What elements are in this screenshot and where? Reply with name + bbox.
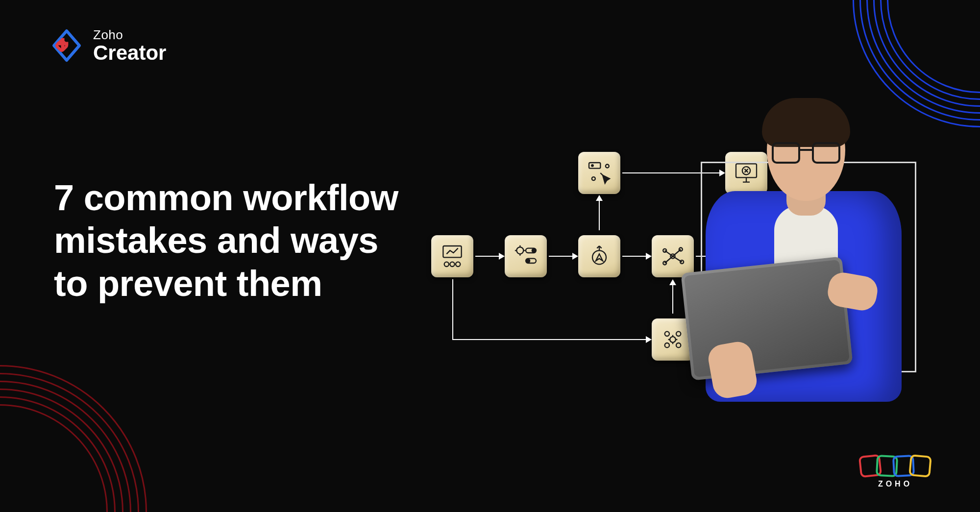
svg-point-10 (592, 250, 606, 264)
svg-point-22 (665, 332, 669, 336)
arrow (599, 200, 600, 230)
headline-line2: mistakes and ways (54, 219, 398, 262)
brand-logo: Zoho Creator (49, 27, 166, 63)
arrow-head (646, 253, 652, 260)
arrow (475, 256, 499, 257)
person-with-laptop (681, 78, 926, 431)
arrow (452, 279, 453, 339)
arrow (549, 256, 572, 257)
headline: 7 common workflow mistakes and ways to p… (54, 176, 398, 305)
zoho-footer-logo: ZOHO (859, 455, 931, 488)
zoho-squares-icon (859, 455, 931, 477)
decor-arcs-red (0, 365, 147, 512)
arrow-head (572, 253, 578, 260)
arrow-head (646, 336, 652, 343)
svg-point-2 (444, 262, 449, 267)
arrow (452, 339, 646, 340)
svg-point-25 (676, 343, 681, 347)
brand-line1: Zoho (93, 27, 166, 43)
arrow-head (596, 195, 603, 201)
svg-point-7 (532, 249, 536, 252)
creator-mark-icon (49, 28, 84, 63)
svg-point-18 (592, 177, 595, 180)
svg-point-26 (670, 337, 676, 342)
svg-point-24 (665, 343, 669, 347)
tile-compass-gear (578, 235, 620, 277)
svg-point-23 (676, 332, 681, 336)
arrow (672, 284, 673, 314)
headline-line1: 7 common workflow (54, 176, 398, 219)
zoho-footer-label: ZOHO (859, 480, 931, 488)
svg-point-4 (456, 262, 460, 267)
tile-presentation (431, 235, 473, 277)
arrow (622, 256, 646, 257)
svg-point-5 (516, 247, 523, 254)
svg-point-19 (606, 165, 609, 168)
headline-line3: to prevent them (54, 262, 398, 305)
arrow-head (499, 253, 505, 260)
svg-point-17 (591, 165, 593, 167)
tile-click-options (578, 152, 620, 194)
glasses-icon (772, 142, 840, 164)
laptop-icon (681, 256, 853, 380)
svg-rect-16 (589, 163, 600, 169)
brand-line2: Creator (93, 43, 166, 63)
tile-gear-toggles (505, 235, 547, 277)
svg-point-9 (526, 259, 530, 263)
svg-point-3 (450, 262, 454, 267)
arrow-head (669, 279, 676, 285)
